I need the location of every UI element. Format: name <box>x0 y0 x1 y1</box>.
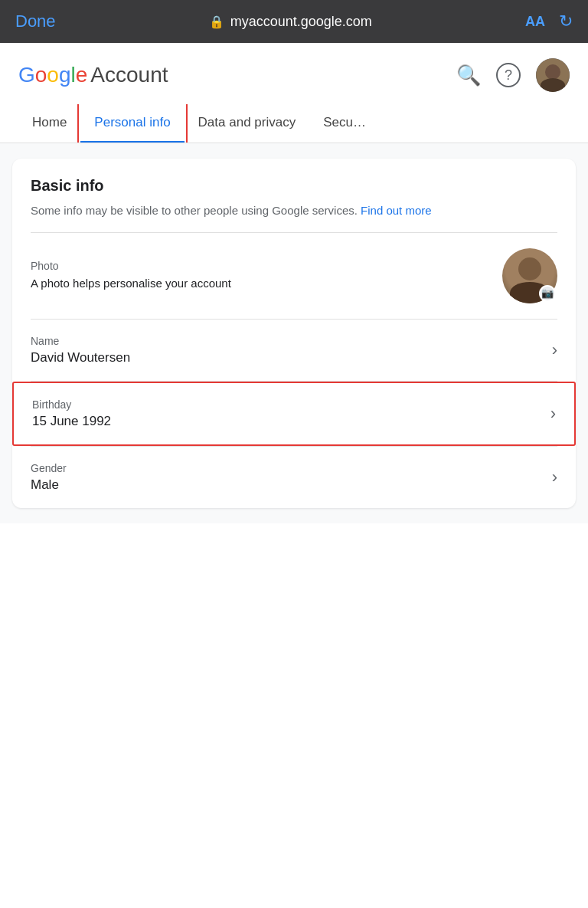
basic-info-title: Basic info <box>31 177 557 195</box>
aa-button[interactable]: AA <box>525 14 545 30</box>
photo-description: A photo helps personalise your account <box>31 275 231 291</box>
basic-info-card: Basic info Some info may be visible to o… <box>12 159 576 508</box>
logo-g: G <box>18 63 35 87</box>
name-chevron-icon: › <box>552 340 557 360</box>
tab-home[interactable]: Home <box>18 104 80 143</box>
logo-o2: o <box>47 63 59 87</box>
page-header: Google Account 🔍 ? <box>0 43 588 92</box>
search-icon[interactable]: 🔍 <box>456 64 481 87</box>
google-logo: Google Account <box>18 63 168 87</box>
logo-o1: o <box>35 63 47 87</box>
gender-value: Male <box>31 477 67 493</box>
tab-data-privacy[interactable]: Data and privacy <box>185 104 310 143</box>
browser-controls: AA ↻ <box>525 11 573 31</box>
avatar-face <box>536 58 570 92</box>
help-icon[interactable]: ? <box>496 63 521 87</box>
url-bar[interactable]: 🔒 myaccount.google.com <box>56 14 525 30</box>
name-row[interactable]: Name David Woutersen › <box>12 320 576 381</box>
reload-icon[interactable]: ↻ <box>559 11 573 31</box>
page-content: Google Account 🔍 ? Home Personal info Da… <box>0 43 588 908</box>
gender-chevron-icon: › <box>552 467 557 487</box>
lock-icon: 🔒 <box>209 15 224 29</box>
logo-g2: g <box>59 63 71 87</box>
name-content: Name David Woutersen <box>31 335 130 365</box>
tab-personal-info[interactable]: Personal info <box>80 104 184 143</box>
photo-info: Photo A photo helps personalise your acc… <box>31 260 231 291</box>
birthday-row[interactable]: Birthday 15 June 1992 › <box>12 382 576 446</box>
basic-info-header: Basic info Some info may be visible to o… <box>12 159 576 232</box>
nav-tabs: Home Personal info Data and privacy Secu… <box>0 104 588 143</box>
camera-icon: 📷 <box>539 285 556 302</box>
name-label: Name <box>31 335 130 347</box>
photo-avatar-wrapper[interactable]: 📷 <box>502 248 557 303</box>
browser-chrome: Done 🔒 myaccount.google.com AA ↻ <box>0 0 588 43</box>
name-value: David Woutersen <box>31 350 130 365</box>
basic-info-description: Some info may be visible to other people… <box>31 202 557 220</box>
birthday-label: Birthday <box>32 398 111 411</box>
birthday-value: 15 June 1992 <box>32 414 111 429</box>
gender-content: Gender Male <box>31 462 67 493</box>
tab-personal-info-wrapper: Personal info <box>80 104 184 143</box>
find-out-more-link[interactable]: Find out more <box>361 204 432 217</box>
gender-label: Gender <box>31 462 67 474</box>
gender-row[interactable]: Gender Male › <box>12 447 576 508</box>
birthday-chevron-icon: › <box>550 404 556 424</box>
tab-security[interactable]: Secu… <box>309 104 380 143</box>
photo-label: Photo <box>31 260 231 272</box>
main-content: Basic info Some info may be visible to o… <box>0 143 588 523</box>
header-icons: 🔍 ? <box>456 58 570 92</box>
logo-e: e <box>76 63 88 87</box>
account-text: Account <box>90 63 168 87</box>
photo-row[interactable]: Photo A photo helps personalise your acc… <box>12 233 576 319</box>
done-button[interactable]: Done <box>15 11 56 31</box>
avatar[interactable] <box>536 58 570 92</box>
url-text: myaccount.google.com <box>230 14 372 30</box>
birthday-content: Birthday 15 June 1992 <box>32 398 111 429</box>
